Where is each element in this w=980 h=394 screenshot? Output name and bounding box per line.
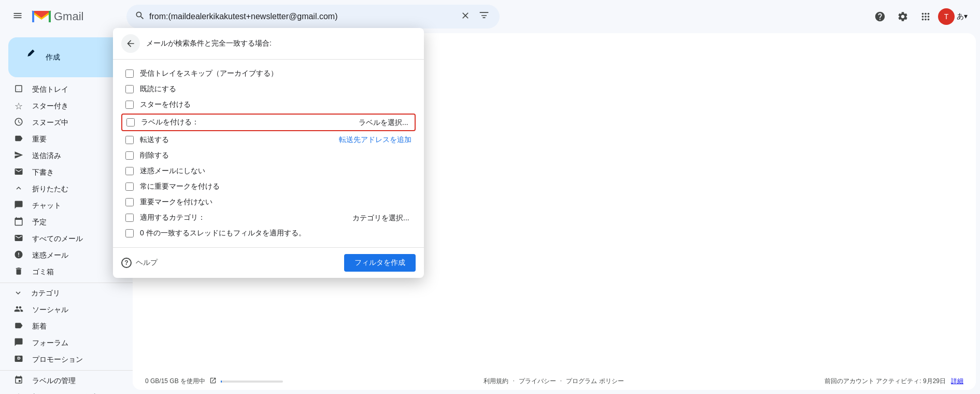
footer-left: 0 GB/15 GB を使用中 [145, 377, 283, 386]
category-select-dropdown[interactable]: カテゴリを選択... [350, 214, 411, 222]
sidebar-item-folded[interactable]: 折りたたむ [0, 181, 124, 198]
sidebar-item-inbox-label: 受信トレイ [32, 85, 116, 94]
search-filter-button[interactable] [477, 8, 491, 25]
sidebar-item-updates-label: 新着 [32, 322, 116, 331]
sidebar-item-meet[interactable]: 予定 [0, 214, 124, 231]
help-link[interactable]: ? ヘルプ [121, 258, 158, 268]
sidebar-item-important-label: 重要 [32, 135, 116, 144]
help-button[interactable] [870, 6, 890, 27]
sidebar-item-drafts-label: 下書き [32, 168, 116, 177]
svg-rect-3 [49, 11, 51, 22]
sidebar-item-promo[interactable]: プロモーション [0, 351, 124, 368]
separator-1: · [513, 377, 514, 386]
filter-option-forward: 転送する 転送先アドレスを追加 [121, 132, 416, 148]
send-icon [13, 150, 24, 162]
filter-checkbox-apply-threads[interactable] [125, 229, 134, 237]
filter-checkbox-forward[interactable] [125, 136, 134, 144]
footer-right: 前回のアカウント アクティビティ: 9月29日 詳細 [825, 377, 963, 386]
search-clear-button[interactable] [458, 8, 473, 25]
create-filter-button[interactable]: フィルタを作成 [344, 254, 416, 272]
sidebar-item-starred[interactable]: ☆ スター付き [0, 98, 124, 115]
help-circle-icon: ? [121, 258, 132, 268]
sidebar-item-all-label: すべてのメール [32, 234, 116, 244]
sidebar-item-updates[interactable]: 新着 [0, 318, 124, 335]
avatar[interactable]: T [938, 8, 955, 25]
policy-link[interactable]: プログラム ポリシー [566, 377, 623, 386]
filter-checkbox-delete[interactable] [125, 151, 134, 160]
gmail-text: Gmail [54, 10, 83, 23]
privacy-link[interactable]: プライバシー [519, 377, 556, 386]
sidebar-item-chat-label: チャット [32, 201, 116, 210]
updates-icon [13, 321, 24, 333]
filter-label-forward: 転送する [140, 135, 324, 145]
storage-text: 0 GB/15 GB を使用中 [145, 377, 205, 386]
trash-icon [13, 266, 24, 278]
filter-checkbox-mark-read[interactable] [125, 85, 134, 93]
filter-checkbox-apply-category[interactable] [125, 214, 134, 222]
sidebar-item-new-label[interactable]: 新しいラベルを作成 [0, 389, 124, 394]
sidebar-item-snoozed[interactable]: スヌーズ中 [0, 115, 124, 131]
filter-checkbox-skip-inbox[interactable] [125, 69, 134, 78]
settings-button[interactable] [892, 6, 913, 27]
filter-label-never-important: 重要マークを付けない [140, 198, 411, 207]
filter-checkbox-always-important[interactable] [125, 182, 134, 191]
spam-icon [13, 250, 24, 262]
filter-checkbox-add-star[interactable] [125, 101, 134, 109]
chat-icon [13, 200, 24, 212]
storage-fill [221, 381, 222, 383]
filter-option-always-important: 常に重要マークを付ける [121, 179, 416, 194]
filter-checkbox-add-label[interactable] [126, 118, 135, 126]
compose-button[interactable]: 作成 [8, 37, 124, 77]
calendar-icon [13, 217, 24, 229]
filter-back-button[interactable] [121, 34, 140, 53]
categories-label: カテゴリ [31, 289, 60, 298]
filter-option-mark-read: 既読にする [121, 81, 416, 97]
filter-option-never-important: 重要マークを付けない [121, 194, 416, 210]
apps-button[interactable] [915, 6, 936, 27]
sidebar-item-forums[interactable]: フォーラム [0, 335, 124, 351]
search-bar [126, 5, 500, 29]
search-input[interactable] [149, 12, 454, 21]
social-icon [13, 304, 24, 316]
activity-text: 前回のアカウント アクティビティ: 9月29日 [825, 377, 946, 385]
sidebar-item-folded-label: 折りたたむ [32, 185, 116, 194]
sidebar-item-drafts[interactable]: 下書き [0, 164, 124, 181]
lang-label[interactable]: あ▾ [957, 12, 968, 21]
filter-checkbox-not-spam[interactable] [125, 167, 134, 175]
sidebar-item-important[interactable]: 重要 [0, 131, 124, 148]
sidebar-item-promo-label: プロモーション [32, 355, 116, 364]
sidebar-item-inbox[interactable]: 受信トレイ [0, 81, 124, 98]
sidebar-item-chat[interactable]: チャット [0, 198, 124, 214]
all-mail-icon [13, 233, 24, 245]
filter-dialog: メールが検索条件と完全一致する場合: 受信トレイをスキップ（アーカイブする） 既… [113, 28, 424, 278]
detail-link[interactable]: 詳細 [951, 377, 963, 385]
filter-checkbox-never-important[interactable] [125, 198, 134, 206]
sidebar-item-sent[interactable]: 送信済み [0, 148, 124, 164]
compose-icon [21, 47, 39, 68]
sidebar-item-all[interactable]: すべてのメール [0, 231, 124, 247]
sidebar-item-social[interactable]: ソーシャル [0, 302, 124, 318]
expand-less-icon [13, 184, 24, 195]
sidebar-item-spam[interactable]: 迷惑メール [0, 247, 124, 264]
filter-label-always-important: 常に重要マークを付ける [140, 182, 411, 191]
footer-links: 利用規約 · プライバシー · プログラム ポリシー [484, 377, 623, 386]
label-select-dropdown[interactable]: ラベルを選択... [357, 118, 410, 126]
hamburger-icon[interactable] [8, 6, 27, 27]
storage-expand-icon[interactable] [209, 377, 217, 386]
sidebar-item-trash[interactable]: ゴミ箱 [0, 264, 124, 280]
svg-point-4 [21, 47, 39, 65]
topbar-left: Gmail [8, 6, 122, 27]
help-label: ヘルプ [136, 258, 158, 268]
promo-icon [13, 354, 24, 366]
label-icon [13, 134, 24, 146]
terms-link[interactable]: 利用規約 [484, 377, 508, 386]
sidebar-item-snoozed-label: スヌーズ中 [32, 118, 116, 128]
filter-dialog-header: メールが検索条件と完全一致する場合: [113, 28, 424, 60]
manage-labels-icon [13, 375, 24, 387]
filter-label-apply-threads: 0 件の一致するスレッドにもフィルタを適用する。 [140, 229, 411, 238]
svg-rect-2 [32, 11, 34, 22]
sidebar-item-manage-labels[interactable]: ラベルの管理 [0, 373, 124, 389]
forward-address-link[interactable]: 転送先アドレスを追加 [339, 135, 411, 145]
sidebar-categories-header[interactable]: カテゴリ [0, 285, 133, 302]
clock-icon [13, 117, 24, 129]
